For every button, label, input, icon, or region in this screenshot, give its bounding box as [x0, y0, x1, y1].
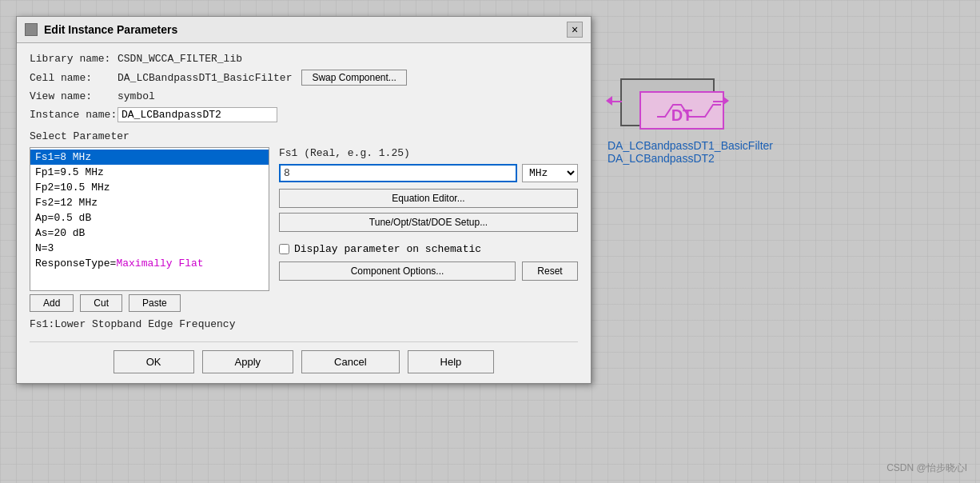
- dialog-icon: [25, 23, 38, 36]
- ok-button[interactable]: OK: [114, 350, 194, 373]
- component-inner-rect: DT: [639, 91, 724, 130]
- cut-button[interactable]: Cut: [80, 294, 122, 312]
- display-checkbox-label: Display parameter on schematic: [294, 243, 481, 255]
- cell-name-label: Cell name:: [30, 72, 118, 84]
- parameter-list-section: Fs1=8 MHzFp1=9.5 MHzFp2=10.5 MHzFs2=12 M…: [30, 147, 269, 330]
- library-name-label: Library name:: [30, 53, 118, 65]
- dialog-body: Library name: CSDN_WCCA_FILTER_lib Cell …: [17, 43, 591, 383]
- close-button[interactable]: ×: [567, 22, 583, 38]
- component-name1: DA_LCBandpassDT1_BasicFilter: [608, 139, 773, 152]
- component-name2: DA_LCBandpassDT2: [608, 152, 773, 165]
- right-panel: Fs1 (Real, e.g. 1.25) MHzGHzKHzHz Equati…: [279, 147, 578, 330]
- status-text: Fs1:Lower Stopband Edge Frequency: [30, 318, 269, 330]
- arrow-right: [723, 96, 729, 106]
- add-button[interactable]: Add: [30, 294, 74, 312]
- library-name-row: Library name: CSDN_WCCA_FILTER_lib: [30, 53, 578, 65]
- arrow-left: [606, 96, 612, 106]
- select-parameter-label: Select Parameter: [30, 130, 578, 142]
- parameter-item-1[interactable]: Fp1=9.5 MHz: [30, 165, 269, 180]
- dialog-titlebar: Edit Instance Parameters ×: [17, 17, 591, 43]
- parameter-item-0[interactable]: Fs1=8 MHz: [30, 150, 269, 165]
- equation-editor-button[interactable]: Equation Editor...: [279, 189, 578, 208]
- options-row: Component Options... Reset: [279, 261, 578, 281]
- parameter-item-7[interactable]: ResponseType=Maximally Flat: [30, 256, 269, 271]
- instance-name-label: Instance name:: [30, 109, 118, 121]
- view-name-row: View name: symbol: [30, 90, 578, 102]
- swap-component-button[interactable]: Swap Component...: [301, 70, 406, 86]
- watermark: CSDN @怡步晓心I: [886, 461, 967, 475]
- display-checkbox[interactable]: [279, 244, 289, 254]
- dt-label: DT: [671, 106, 693, 125]
- library-name-value: CSDN_WCCA_FILTER_lib: [118, 53, 242, 65]
- paste-button[interactable]: Paste: [129, 294, 181, 312]
- bottom-buttons: OK Apply Cancel Help: [30, 341, 578, 373]
- param-header: Fs1 (Real, e.g. 1.25): [279, 147, 578, 159]
- parameter-item-5[interactable]: As=20 dB: [30, 226, 269, 241]
- parameter-item-2[interactable]: Fp2=10.5 MHz: [30, 180, 269, 195]
- tune-setup-button[interactable]: Tune/Opt/Stat/DOE Setup...: [279, 213, 578, 232]
- dialog-title: Edit Instance Parameters: [44, 23, 177, 36]
- dialog-title-left: Edit Instance Parameters: [25, 23, 177, 36]
- main-content: Fs1=8 MHzFp1=9.5 MHzFp2=10.5 MHzFs2=12 M…: [30, 147, 578, 330]
- parameter-item-3[interactable]: Fs2=12 MHz: [30, 195, 269, 210]
- view-name-value: symbol: [118, 90, 155, 102]
- cancel-button[interactable]: Cancel: [301, 350, 399, 373]
- cell-name-value: DA_LCBandpassDT1_BasicFilter: [118, 72, 292, 84]
- parameter-item-6[interactable]: N=3: [30, 241, 269, 256]
- unit-select[interactable]: MHzGHzKHzHz: [522, 164, 578, 182]
- instance-name-input[interactable]: [118, 107, 277, 122]
- value-input[interactable]: [279, 164, 517, 182]
- parameter-list[interactable]: Fs1=8 MHzFp1=9.5 MHzFp2=10.5 MHzFs2=12 M…: [30, 147, 269, 291]
- component-outer-rect: DT: [620, 78, 715, 126]
- display-checkbox-row: Display parameter on schematic: [279, 243, 578, 255]
- cell-name-row: Cell name: DA_LCBandpassDT1_BasicFilter …: [30, 70, 578, 86]
- instance-name-row: Instance name:: [30, 107, 578, 122]
- list-buttons: Add Cut Paste: [30, 294, 269, 312]
- component-symbol-area: DT DA_LCBandpassDT1_BasicFilter DA_LCBan…: [608, 72, 773, 165]
- parameter-item-4[interactable]: Ap=0.5 dB: [30, 210, 269, 226]
- component-symbol: DT: [608, 72, 727, 136]
- value-row: MHzGHzKHzHz: [279, 164, 578, 182]
- component-options-button[interactable]: Component Options...: [279, 261, 516, 281]
- edit-instance-dialog: Edit Instance Parameters × Library name:…: [16, 16, 592, 384]
- reset-button[interactable]: Reset: [522, 261, 578, 281]
- apply-button[interactable]: Apply: [202, 350, 294, 373]
- help-button[interactable]: Help: [408, 350, 495, 373]
- view-name-label: View name:: [30, 90, 118, 102]
